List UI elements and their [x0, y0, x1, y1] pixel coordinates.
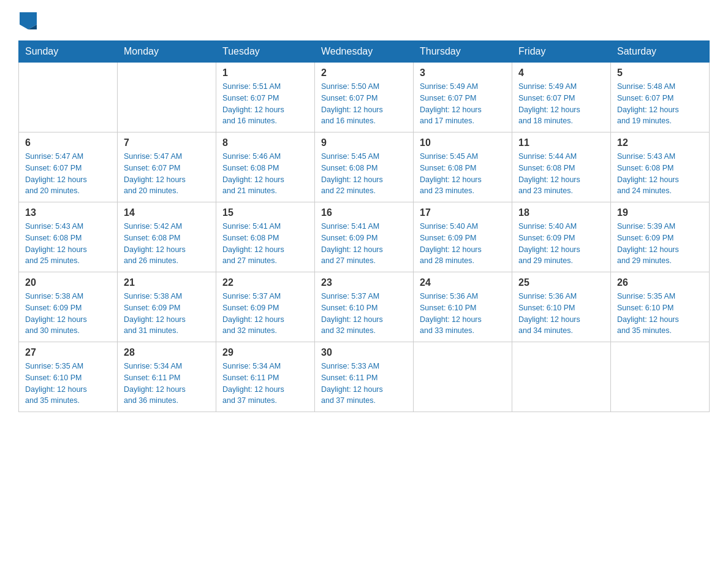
day-info: Sunrise: 5:43 AMSunset: 6:08 PMDaylight:… — [25, 221, 111, 267]
day-info: Sunrise: 5:46 AMSunset: 6:08 PMDaylight:… — [222, 151, 308, 197]
day-info: Sunrise: 5:40 AMSunset: 6:09 PMDaylight:… — [518, 221, 604, 267]
week-row: 13Sunrise: 5:43 AMSunset: 6:08 PMDayligh… — [19, 202, 710, 272]
day-info: Sunrise: 5:41 AMSunset: 6:08 PMDaylight:… — [222, 221, 308, 267]
calendar-cell: 13Sunrise: 5:43 AMSunset: 6:08 PMDayligh… — [19, 202, 118, 272]
calendar-cell: 3Sunrise: 5:49 AMSunset: 6:07 PMDaylight… — [414, 63, 512, 132]
day-number: 21 — [124, 277, 210, 288]
weekday-header: Tuesday — [216, 41, 315, 63]
weekday-header: Wednesday — [315, 41, 414, 63]
calendar-cell: 23Sunrise: 5:37 AMSunset: 6:10 PMDayligh… — [315, 272, 414, 342]
day-number: 6 — [25, 137, 111, 148]
calendar-cell: 12Sunrise: 5:43 AMSunset: 6:08 PMDayligh… — [611, 132, 710, 202]
weekday-header: Saturday — [611, 41, 710, 63]
day-number: 23 — [321, 277, 407, 288]
week-row: 1Sunrise: 5:51 AMSunset: 6:07 PMDaylight… — [19, 63, 710, 132]
calendar-cell — [611, 342, 710, 412]
calendar-cell: 9Sunrise: 5:45 AMSunset: 6:08 PMDaylight… — [315, 132, 414, 202]
calendar-cell: 28Sunrise: 5:34 AMSunset: 6:11 PMDayligh… — [118, 342, 216, 412]
day-info: Sunrise: 5:44 AMSunset: 6:08 PMDaylight:… — [518, 151, 604, 197]
calendar-cell: 6Sunrise: 5:47 AMSunset: 6:07 PMDaylight… — [19, 132, 118, 202]
page-header — [18, 12, 710, 29]
calendar-cell: 26Sunrise: 5:35 AMSunset: 6:10 PMDayligh… — [611, 272, 710, 342]
logo-icon — [20, 12, 37, 29]
day-info: Sunrise: 5:36 AMSunset: 6:10 PMDaylight:… — [518, 291, 604, 337]
calendar-cell: 8Sunrise: 5:46 AMSunset: 6:08 PMDaylight… — [216, 132, 315, 202]
calendar-cell: 18Sunrise: 5:40 AMSunset: 6:09 PMDayligh… — [512, 202, 611, 272]
day-info: Sunrise: 5:35 AMSunset: 6:10 PMDaylight:… — [617, 291, 703, 337]
week-row: 27Sunrise: 5:35 AMSunset: 6:10 PMDayligh… — [19, 342, 710, 412]
day-number: 18 — [518, 207, 604, 218]
day-info: Sunrise: 5:47 AMSunset: 6:07 PMDaylight:… — [124, 151, 210, 197]
day-info: Sunrise: 5:49 AMSunset: 6:07 PMDaylight:… — [420, 81, 506, 127]
day-info: Sunrise: 5:48 AMSunset: 6:07 PMDaylight:… — [617, 81, 703, 127]
calendar-cell: 21Sunrise: 5:38 AMSunset: 6:09 PMDayligh… — [118, 272, 216, 342]
day-info: Sunrise: 5:51 AMSunset: 6:07 PMDaylight:… — [222, 81, 308, 127]
day-number: 25 — [518, 277, 604, 288]
calendar-cell: 15Sunrise: 5:41 AMSunset: 6:08 PMDayligh… — [216, 202, 315, 272]
calendar-cell: 4Sunrise: 5:49 AMSunset: 6:07 PMDaylight… — [512, 63, 611, 132]
calendar-cell: 29Sunrise: 5:34 AMSunset: 6:11 PMDayligh… — [216, 342, 315, 412]
calendar-cell: 2Sunrise: 5:50 AMSunset: 6:07 PMDaylight… — [315, 63, 414, 132]
calendar-table: SundayMondayTuesdayWednesdayThursdayFrid… — [18, 40, 710, 412]
day-info: Sunrise: 5:41 AMSunset: 6:09 PMDaylight:… — [321, 221, 407, 267]
day-number: 28 — [124, 347, 210, 358]
day-number: 5 — [617, 67, 703, 79]
calendar-cell: 7Sunrise: 5:47 AMSunset: 6:07 PMDaylight… — [118, 132, 216, 202]
day-info: Sunrise: 5:43 AMSunset: 6:08 PMDaylight:… — [617, 151, 703, 197]
calendar-cell: 25Sunrise: 5:36 AMSunset: 6:10 PMDayligh… — [512, 272, 611, 342]
calendar-cell — [414, 342, 512, 412]
day-number: 20 — [25, 277, 111, 288]
weekday-header: Sunday — [19, 41, 118, 63]
calendar-cell — [512, 342, 611, 412]
day-number: 16 — [321, 207, 407, 218]
calendar-cell — [19, 63, 118, 132]
weekday-header: Thursday — [414, 41, 512, 63]
day-info: Sunrise: 5:38 AMSunset: 6:09 PMDaylight:… — [25, 291, 111, 337]
calendar-cell — [118, 63, 216, 132]
calendar-cell: 10Sunrise: 5:45 AMSunset: 6:08 PMDayligh… — [414, 132, 512, 202]
day-number: 30 — [321, 347, 407, 358]
day-number: 1 — [222, 67, 308, 79]
day-info: Sunrise: 5:37 AMSunset: 6:09 PMDaylight:… — [222, 291, 308, 337]
day-info: Sunrise: 5:45 AMSunset: 6:08 PMDaylight:… — [321, 151, 407, 197]
day-number: 11 — [518, 137, 604, 148]
day-number: 26 — [617, 277, 703, 288]
weekday-header: Friday — [512, 41, 611, 63]
calendar-cell: 24Sunrise: 5:36 AMSunset: 6:10 PMDayligh… — [414, 272, 512, 342]
calendar-cell: 14Sunrise: 5:42 AMSunset: 6:08 PMDayligh… — [118, 202, 216, 272]
day-number: 27 — [25, 347, 111, 358]
calendar-cell: 17Sunrise: 5:40 AMSunset: 6:09 PMDayligh… — [414, 202, 512, 272]
weekday-header-row: SundayMondayTuesdayWednesdayThursdayFrid… — [19, 41, 710, 63]
day-info: Sunrise: 5:34 AMSunset: 6:11 PMDaylight:… — [222, 361, 308, 407]
day-number: 9 — [321, 137, 407, 148]
day-number: 29 — [222, 347, 308, 358]
day-info: Sunrise: 5:47 AMSunset: 6:07 PMDaylight:… — [25, 151, 111, 197]
week-row: 6Sunrise: 5:47 AMSunset: 6:07 PMDaylight… — [19, 132, 710, 202]
day-number: 12 — [617, 137, 703, 148]
calendar-cell: 1Sunrise: 5:51 AMSunset: 6:07 PMDaylight… — [216, 63, 315, 132]
calendar-cell: 16Sunrise: 5:41 AMSunset: 6:09 PMDayligh… — [315, 202, 414, 272]
day-number: 4 — [518, 67, 604, 79]
calendar-cell: 30Sunrise: 5:33 AMSunset: 6:11 PMDayligh… — [315, 342, 414, 412]
day-number: 17 — [420, 207, 506, 218]
calendar-cell: 27Sunrise: 5:35 AMSunset: 6:10 PMDayligh… — [19, 342, 118, 412]
day-info: Sunrise: 5:35 AMSunset: 6:10 PMDaylight:… — [25, 361, 111, 407]
day-number: 14 — [124, 207, 210, 218]
day-info: Sunrise: 5:34 AMSunset: 6:11 PMDaylight:… — [124, 361, 210, 407]
day-number: 2 — [321, 67, 407, 79]
day-info: Sunrise: 5:38 AMSunset: 6:09 PMDaylight:… — [124, 291, 210, 337]
day-info: Sunrise: 5:49 AMSunset: 6:07 PMDaylight:… — [518, 81, 604, 127]
day-info: Sunrise: 5:33 AMSunset: 6:11 PMDaylight:… — [321, 361, 407, 407]
day-number: 13 — [25, 207, 111, 218]
day-info: Sunrise: 5:39 AMSunset: 6:09 PMDaylight:… — [617, 221, 703, 267]
calendar-cell: 11Sunrise: 5:44 AMSunset: 6:08 PMDayligh… — [512, 132, 611, 202]
calendar-cell: 22Sunrise: 5:37 AMSunset: 6:09 PMDayligh… — [216, 272, 315, 342]
calendar-cell: 20Sunrise: 5:38 AMSunset: 6:09 PMDayligh… — [19, 272, 118, 342]
calendar-cell: 5Sunrise: 5:48 AMSunset: 6:07 PMDaylight… — [611, 63, 710, 132]
day-number: 10 — [420, 137, 506, 148]
logo — [18, 12, 37, 29]
day-number: 24 — [420, 277, 506, 288]
day-number: 22 — [222, 277, 308, 288]
day-number: 3 — [420, 67, 506, 79]
day-number: 19 — [617, 207, 703, 218]
